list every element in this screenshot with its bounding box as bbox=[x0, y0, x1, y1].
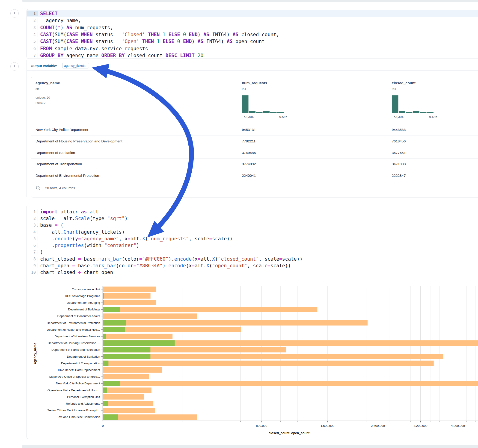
table-cell: 9443533 bbox=[392, 128, 406, 132]
table-cell: Department of Sanitation bbox=[36, 151, 75, 155]
code-text: FROM sample_data.nyc.service_requests bbox=[38, 46, 148, 51]
code-line-2[interactable]: 2 agency_name, bbox=[27, 17, 478, 24]
line-number: 10 bbox=[27, 270, 38, 275]
column-stat: nulls: 0 bbox=[36, 101, 45, 104]
code-text: CAST(SUM(CASE WHEN status = 'Closed' THE… bbox=[38, 32, 279, 37]
sql-editor[interactable]: 1⌄SELECT 2 agency_name,3COUNT(*) AS num_… bbox=[27, 10, 478, 59]
table-cell: New York City Police Department bbox=[36, 128, 88, 132]
code-text: ) bbox=[38, 249, 43, 255]
code-line-3[interactable]: 3⌄base = ( bbox=[27, 222, 478, 229]
table-header: agency_namestrunique: 20nulls: 0num_requ… bbox=[31, 77, 478, 124]
table-row[interactable]: Department of Sanitation37494853677651 bbox=[31, 147, 478, 158]
column-title-closed_count[interactable]: closed_count bbox=[392, 81, 415, 85]
code-text: COUNT(*) AS num_requests, bbox=[38, 25, 113, 31]
column-type: str bbox=[36, 87, 39, 91]
table-cell: 9453131 bbox=[242, 128, 256, 132]
table-row-count: 20 rows, 4 columns bbox=[45, 186, 75, 190]
fold-chevron-icon[interactable]: ⌄ bbox=[37, 224, 38, 227]
table-row[interactable]: New York City Police Department945313194… bbox=[31, 124, 478, 136]
add-cell-button-top[interactable]: + bbox=[10, 9, 19, 18]
column-type: i64 bbox=[392, 87, 396, 91]
code-text: .properties(width="container") bbox=[38, 243, 139, 248]
sql-cell[interactable]: 1⌄SELECT 2 agency_name,3COUNT(*) AS num_… bbox=[26, 9, 478, 59]
line-number: 2 bbox=[27, 216, 38, 221]
code-line-9[interactable]: 9chart_open = base.mark_bar(color="#8BC3… bbox=[27, 262, 478, 269]
line-number: 6 bbox=[27, 46, 38, 51]
column-title-num_requests[interactable]: num_requests bbox=[242, 81, 267, 85]
output-variable-label: Output variable: bbox=[31, 64, 57, 68]
text-cursor bbox=[61, 11, 61, 17]
histogram-max-label: 9.4e6 bbox=[429, 115, 437, 119]
code-line-4[interactable]: 4 alt.Chart(agency_tickets) bbox=[27, 229, 478, 235]
table-cell: 2222847 bbox=[392, 174, 406, 178]
next-cell-edge bbox=[22, 445, 478, 448]
table-cell: 3749485 bbox=[242, 151, 256, 155]
line-number: 4 bbox=[27, 32, 38, 37]
code-text: GROUP BY agency_name ORDER BY closed_cou… bbox=[38, 53, 203, 58]
code-text: SELECT bbox=[38, 11, 61, 17]
line-number: 3 bbox=[27, 25, 38, 30]
code-text: chart_closed = base.mark_bar(color="#FFC… bbox=[38, 256, 302, 262]
line-number: 9 bbox=[27, 263, 38, 268]
output-variable-pill[interactable]: agency_tickets bbox=[62, 63, 89, 68]
column-histogram bbox=[392, 95, 436, 114]
table-cell: 7782211 bbox=[242, 139, 256, 143]
code-line-5[interactable]: 5CAST(SUM(CASE WHEN status = 'Open' THEN… bbox=[27, 38, 478, 45]
code-text: CAST(SUM(CASE WHEN status = 'Open' THEN … bbox=[38, 39, 265, 44]
column-histogram bbox=[242, 95, 286, 114]
code-line-3[interactable]: 3COUNT(*) AS num_requests, bbox=[27, 24, 478, 31]
line-number: 5 bbox=[27, 236, 38, 241]
line-number: 1 bbox=[27, 210, 38, 214]
table-row[interactable]: Department of Transportation377489234719… bbox=[31, 158, 478, 170]
code-line-8[interactable]: 8chart_closed = base.mark_bar(color="#FF… bbox=[27, 255, 478, 262]
table-cell: 7618456 bbox=[392, 139, 406, 143]
notebook-page: { "colors": { "arrow": "#2b59d8", "hist_… bbox=[0, 0, 478, 448]
code-line-1[interactable]: 1⌄SELECT bbox=[27, 10, 478, 17]
histogram-max-label: 9.5e6 bbox=[279, 115, 287, 119]
line-number: 4 bbox=[27, 230, 38, 234]
line-number: 7 bbox=[27, 250, 38, 255]
fold-chevron-icon[interactable]: ⌄ bbox=[37, 13, 38, 16]
histogram-min-label: 53,304 bbox=[394, 115, 403, 119]
code-text: .encode(y="agency_name", x=alt.X("num_re… bbox=[38, 236, 233, 242]
code-line-7[interactable]: 7GROUP BY agency_name ORDER BY closed_co… bbox=[27, 52, 478, 59]
python-editor[interactable]: 1import altair as alt2scale = alt.Scale(… bbox=[27, 208, 478, 276]
line-number: 8 bbox=[27, 257, 38, 261]
results-table[interactable]: agency_namestrunique: 20nulls: 0num_requ… bbox=[31, 77, 478, 198]
table-cell: 3677651 bbox=[392, 151, 406, 155]
code-line-4[interactable]: 4CAST(SUM(CASE WHEN status = 'Closed' TH… bbox=[27, 31, 478, 38]
output-header-separator bbox=[26, 70, 478, 70]
previous-cell-edge bbox=[22, 0, 478, 2]
code-line-7[interactable]: 7) bbox=[27, 249, 478, 255]
code-text: alt.Chart(agency_tickets) bbox=[38, 229, 125, 235]
line-number: 3⌄ bbox=[27, 223, 38, 227]
table-row[interactable]: Department of Housing Preservation and D… bbox=[31, 136, 478, 147]
table-footer: 20 rows, 4 columns bbox=[31, 183, 478, 197]
table-cell: Department of Housing Preservation and D… bbox=[36, 139, 122, 143]
column-title-agency_name[interactable]: agency_name bbox=[36, 81, 60, 85]
code-text: base = ( bbox=[38, 222, 63, 228]
code-line-6[interactable]: 6FROM sample_data.nyc.service_requests bbox=[27, 45, 478, 52]
line-number: 6 bbox=[27, 243, 38, 248]
table-cell: Department of Environmental Protection bbox=[36, 174, 99, 178]
code-line-5[interactable]: 5 .encode(y="agency_name", x=alt.X("num_… bbox=[27, 235, 478, 242]
histogram-min-label: 53,304 bbox=[244, 115, 254, 119]
line-number: 2 bbox=[27, 18, 38, 23]
code-line-2[interactable]: 2scale = alt.Scale(type="sqrt") bbox=[27, 215, 478, 222]
output-cell-left-border bbox=[26, 60, 27, 197]
add-cell-button-middle[interactable]: + bbox=[10, 62, 19, 70]
table-row[interactable]: Department of Environmental Protection22… bbox=[31, 170, 478, 181]
column-stat: unique: 20 bbox=[36, 96, 50, 99]
code-text: agency_name, bbox=[38, 18, 81, 23]
code-text: import altair as alt bbox=[38, 209, 98, 215]
column-type: i64 bbox=[242, 87, 246, 91]
code-line-10[interactable]: 10chart_closed + chart_open bbox=[27, 269, 478, 276]
code-line-1[interactable]: 1import altair as alt bbox=[27, 208, 478, 215]
table-cell: 2240041 bbox=[242, 174, 256, 178]
code-text: scale = alt.Scale(type="sqrt") bbox=[38, 216, 127, 221]
code-line-6[interactable]: 6 .properties(width="container") bbox=[27, 242, 478, 249]
python-cell[interactable]: 1import altair as alt2scale = alt.Scale(… bbox=[26, 205, 478, 439]
table-cell: 3471908 bbox=[392, 162, 406, 166]
search-icon[interactable] bbox=[36, 185, 41, 191]
code-text: chart_closed + chart_open bbox=[38, 270, 113, 275]
